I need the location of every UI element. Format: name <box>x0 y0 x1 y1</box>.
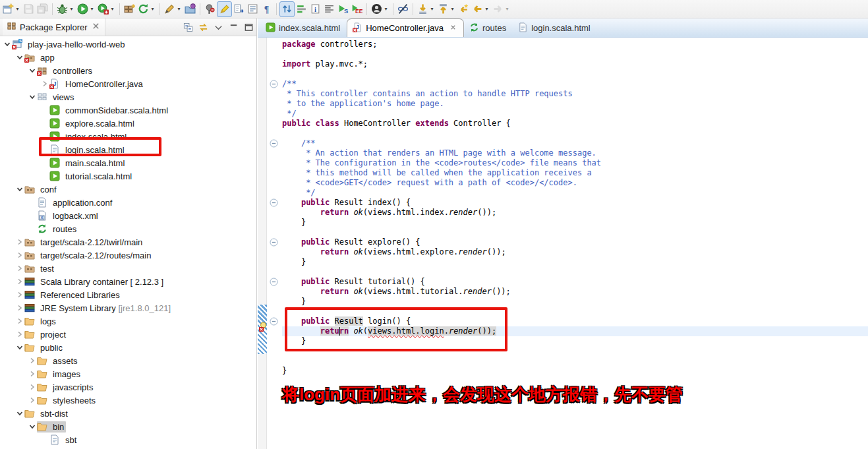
fold-collapse-icon[interactable] <box>270 278 278 286</box>
code-line-26[interactable]: return ok(views.html.tutorial.render()); <box>282 287 601 297</box>
tree-item-play-java-hello-world-web[interactable]: Splay-java-hello-world-web <box>0 38 256 51</box>
tree-item-content[interactable]: tutorial.scala.html <box>49 171 134 182</box>
code-line-10[interactable] <box>282 129 601 138</box>
dropdown-arrow-icon[interactable]: ▾ <box>150 6 156 12</box>
collapsed-arrow-icon[interactable] <box>15 330 24 339</box>
tree-item-content[interactable]: Xlogback.xml <box>37 210 100 222</box>
collapsed-arrow-icon[interactable] <box>15 264 24 273</box>
fold-collapse-icon[interactable] <box>270 198 278 207</box>
tree-item-content[interactable]: logs <box>24 316 58 327</box>
pin-editor-button[interactable] <box>203 1 217 17</box>
expanded-arrow-icon[interactable] <box>15 185 24 194</box>
toggle-sync-button[interactable] <box>279 1 295 17</box>
code-line-30[interactable]: return ok(views.html.login.render()); <box>282 326 601 336</box>
collapsed-arrow-icon[interactable] <box>15 290 24 299</box>
code-line-5[interactable]: /** <box>282 79 601 89</box>
tree-item-jre-system-library[interactable]: JRE System Library [jre1.8.0_121] <box>0 301 256 314</box>
dropdown-arrow-icon[interactable]: ▾ <box>429 6 435 12</box>
tree-item-views[interactable]: views <box>0 90 256 104</box>
code-line-9[interactable]: public class HomeController extends Cont… <box>282 119 601 129</box>
code-line-3[interactable]: import play.mvc.*; <box>282 59 601 69</box>
view-menu-icon[interactable] <box>214 22 223 32</box>
maximize-icon[interactable] <box>244 22 254 32</box>
prev-annotation-button[interactable]: ▾ <box>436 1 457 17</box>
collapse-all-icon[interactable] <box>183 22 193 32</box>
expanded-arrow-icon[interactable] <box>15 409 24 418</box>
code-line-28[interactable] <box>282 307 601 316</box>
tree-item-stylesheets[interactable]: stylesheets <box>0 394 256 407</box>
tree-item-content[interactable]: commonSidebar.scala.html <box>49 105 170 116</box>
collapsed-arrow-icon[interactable] <box>15 277 24 286</box>
run-scala-button[interactable]: S <box>336 1 350 17</box>
close-icon[interactable] <box>91 21 101 33</box>
mark-occurrences-button[interactable] <box>295 1 308 17</box>
editor-tab-index.scala.html[interactable]: index.scala.html <box>260 19 347 37</box>
code-line-11[interactable]: /** <box>282 138 601 148</box>
tree-item-content[interactable]: JRE System Library [jre1.8.0_121] <box>24 303 173 314</box>
tree-item-content[interactable]: test <box>24 263 56 274</box>
tree-item-content[interactable]: sbt-dist <box>24 408 70 419</box>
code-line-22[interactable]: return ok(views.html.explore.render()); <box>282 247 601 257</box>
format-button[interactable] <box>322 1 336 17</box>
editor-tab-routes[interactable]: routes <box>464 19 513 37</box>
run-button[interactable]: ▾ <box>76 1 96 17</box>
expanded-arrow-icon[interactable] <box>28 422 37 431</box>
toggle-link-editor-button[interactable] <box>396 1 410 17</box>
tree-item-tutorial.scala.html[interactable]: tutorial.scala.html <box>0 169 256 183</box>
editor-tab-homecontroller.java[interactable]: JHomeController.java <box>347 18 464 37</box>
code-line-7[interactable]: * to the application's home page. <box>282 99 601 109</box>
tree-item-assets[interactable]: assets <box>0 354 256 367</box>
gradle-refresh-button[interactable]: ▾ <box>136 1 157 17</box>
collapsed-arrow-icon[interactable] <box>28 396 37 405</box>
tree-item-content[interactable]: routes <box>37 224 78 235</box>
tree-item-target-scala-2.12-routes-main[interactable]: target/scala-2.12/routes/main <box>0 249 256 262</box>
show-info-button[interactable]: i <box>308 1 322 17</box>
code-line-2[interactable] <box>282 49 601 59</box>
next-annotation-button[interactable]: ▾ <box>416 1 436 17</box>
tree-item-content[interactable]: Splay-java-hello-world-web <box>12 39 127 50</box>
tree-item-content[interactable]: stylesheets <box>37 395 98 406</box>
code-line-33[interactable] <box>282 356 601 366</box>
tree-item-content[interactable]: javascripts <box>37 382 95 393</box>
code-line-17[interactable]: public Result index() { <box>282 198 601 208</box>
tree-item-javascripts[interactable]: javascripts <box>0 380 256 394</box>
tree-item-scala-library-container-2.12.3-[interactable]: Scala Library container [ 2.12.3 ] <box>0 275 256 288</box>
tree-item-content[interactable]: Referenced Libraries <box>24 289 122 301</box>
collapsed-arrow-icon[interactable] <box>28 382 37 392</box>
collapsed-arrow-icon[interactable] <box>40 79 49 88</box>
code-line-34[interactable]: } <box>282 366 601 376</box>
tree-item-content[interactable]: conf <box>24 184 59 195</box>
folding-margin[interactable] <box>267 38 282 449</box>
editor-body[interactable]: package controllers;import play.mvc.*;/*… <box>258 38 868 449</box>
tree-item-images[interactable]: images <box>0 367 256 380</box>
fold-collapse-icon[interactable] <box>270 80 278 88</box>
tree-item-index.scala.html[interactable]: index.scala.html <box>0 130 256 143</box>
tree-item-routes[interactable]: routes <box>0 222 256 235</box>
tree-item-content[interactable]: sbt <box>49 434 78 446</box>
new-java-project-button[interactable] <box>123 1 136 17</box>
code-line-25[interactable]: public Result tutorial() { <box>282 277 601 287</box>
code-line-8[interactable]: */ <box>282 109 601 119</box>
code-line-12[interactable]: * An action that renders an HTML page wi… <box>282 148 601 158</box>
collapsed-arrow-icon[interactable] <box>15 237 24 247</box>
debug-button[interactable]: ▾ <box>55 1 76 17</box>
dropdown-arrow-icon[interactable]: ▾ <box>383 6 389 12</box>
close-icon[interactable] <box>447 23 457 33</box>
code-line-19[interactable]: } <box>282 218 601 227</box>
tree-item-content[interactable]: Scala Library container [ 2.12.3 ] <box>24 276 165 287</box>
show-outline-button[interactable] <box>246 1 260 17</box>
tree-item-content[interactable]: explore.scala.html <box>49 118 136 129</box>
code-line-24[interactable] <box>282 267 601 277</box>
tree-item-content[interactable]: target/scala-2.12/twirl/main <box>24 237 144 248</box>
collapsed-arrow-icon[interactable] <box>28 356 37 365</box>
code-line-16[interactable]: */ <box>282 188 601 198</box>
new-button[interactable]: ▾ <box>1 1 22 17</box>
dropdown-arrow-icon[interactable]: ▾ <box>109 6 115 12</box>
back-button[interactable]: ▾ <box>471 1 491 17</box>
tree-item-logback.xml[interactable]: Xlogback.xml <box>0 209 256 222</box>
tree-item-content[interactable]: public <box>24 342 65 353</box>
tree-item-app[interactable]: app <box>0 51 256 64</box>
tree-item-sbt-dist[interactable]: sbt-dist <box>0 407 256 420</box>
code-line-31[interactable]: } <box>282 336 601 346</box>
fold-collapse-icon[interactable] <box>270 317 278 326</box>
